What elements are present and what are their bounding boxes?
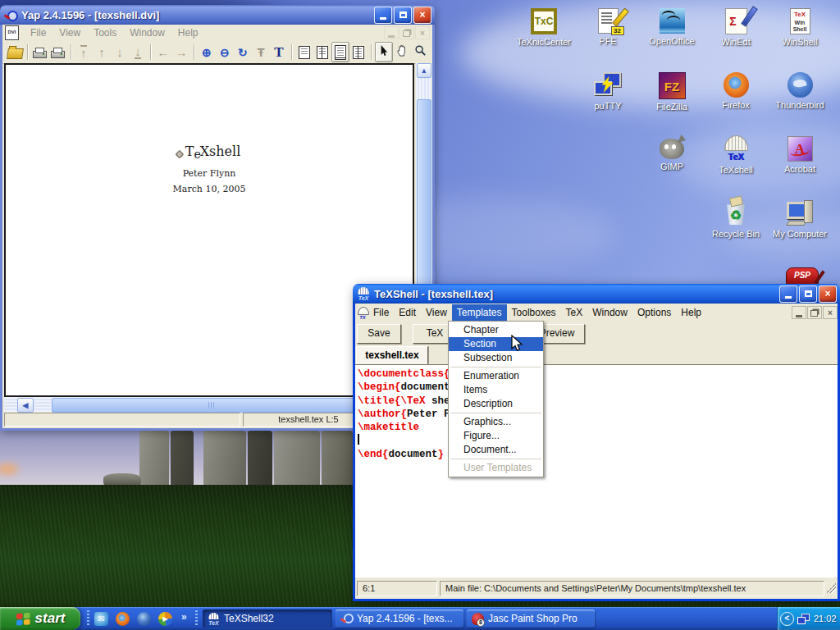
texshell-mdi-restore-button[interactable] [807,306,822,319]
menu-templates[interactable]: Templates [452,304,507,321]
menu-item-items[interactable]: Items [449,383,543,397]
single-page-view-button[interactable] [295,42,313,62]
yap-close-button[interactable]: × [413,7,431,24]
menu-edit[interactable]: Edit [394,304,421,321]
facing-pages-view-button[interactable] [313,42,331,62]
latex-editor[interactable]: \documentclass{\begin{document}\title{\T… [355,364,838,578]
menu-item-enumeration[interactable]: Enumeration [449,369,543,383]
desktop-icon-firefox[interactable]: Firefox [702,71,769,110]
yap-menu-help[interactable]: Help [171,27,205,39]
texshell-close-button[interactable]: × [819,285,837,303]
menu-options[interactable]: Options [632,304,676,321]
continuous-facing-view-button[interactable] [349,42,368,62]
last-page-button[interactable]: ↓ [129,42,147,62]
zoom-in-button[interactable]: ⊕ [198,42,216,62]
toolbar-grip[interactable] [195,610,198,627]
hide-tray-icons-chevron[interactable]: < [780,612,794,626]
yap-mdi-close-button[interactable]: × [415,26,430,39]
texshell-mdi-close-button[interactable]: × [823,306,838,319]
outlook-express-icon[interactable] [94,612,108,626]
desktop-icon-gimp[interactable]: GIMP [638,135,705,171]
quick-launch-overflow-chevron[interactable]: » [181,611,187,623]
desktop-icon-recycle-bin[interactable]: ♻Recycle Bin [702,199,769,239]
menu-tex[interactable]: TeX [561,304,588,321]
code-segment: document [401,381,450,393]
texshell-mdi-minimize-button[interactable] [792,306,806,319]
desktop-icon-putty[interactable]: puTTY [574,71,641,111]
desktop-icon-winedt[interactable]: ΣWinEdt [702,7,769,47]
yap-hscroll-thumb[interactable] [52,398,372,413]
texshell-maximize-button[interactable] [799,285,817,303]
texshell-titlebar[interactable]: TeX TeXShell - [texshell.tex] × [353,284,840,304]
first-page-button[interactable]: ↑ [75,42,93,62]
yap-menu-view[interactable]: View [52,27,87,39]
desktop-icon-thunderbird[interactable]: Thunderbird [766,71,833,110]
continuous-view-button[interactable] [331,42,349,62]
menu-item-document[interactable]: Document... [449,443,543,457]
yap-maximize-button[interactable] [394,7,412,24]
texshell-minimize-button[interactable] [779,285,797,303]
desktop-icon-texshell[interactable]: TeXTeXshell [702,135,769,175]
desktop-icon-winshell[interactable]: TeXWin ShellWinShell [766,7,833,47]
menu-window[interactable]: Window [587,304,632,321]
desktop-icon-openoffice[interactable]: OpenOffice [638,7,705,46]
menu-item-graphics[interactable]: Graphics... [449,415,543,429]
toolbar-grip[interactable] [87,610,89,627]
forward-button[interactable]: → [172,42,190,62]
menu-item-description[interactable]: Description [449,397,543,411]
magnifier-tool-button[interactable] [411,42,429,62]
tab-texshell-tex[interactable]: texshell.tex [356,346,428,364]
menu-item-user-templates[interactable]: User Templates [449,461,543,475]
code-segment: \author{ [358,409,407,420]
scroll-up-icon[interactable]: ▲ [417,63,431,78]
desktop-icon-filezilla[interactable]: FZFileZilla [638,71,705,112]
yap-menu-window[interactable]: Window [123,27,171,39]
menu-help[interactable]: Help [676,304,706,321]
yap-minimize-button[interactable] [374,7,392,24]
start-button[interactable]: start [0,607,80,630]
yap-menu-tools[interactable]: Tools [87,27,123,39]
open-file-button[interactable] [6,42,24,62]
back-button[interactable]: ← [154,42,172,62]
zoom-out-button[interactable]: ⊖ [216,42,234,62]
next-page-button[interactable]: ↓ [111,42,129,62]
print-range-button[interactable] [49,42,67,62]
desktop-icon-pfe[interactable]: 32PFE [574,7,641,46]
refresh-button[interactable]: ↻ [234,42,252,62]
code-segment: \title{\TeX [358,395,426,407]
task-button-yap-2-4-1596-texs[interactable]: Yap 2.4.1596 - [texs... [336,609,463,628]
network-tray-icon[interactable] [797,614,810,624]
text-tool-button[interactable]: T [270,42,288,62]
texshell-icon: TeX [722,135,750,162]
task-button-texshell32[interactable]: TeXTeXShell32 [203,609,332,628]
thunderbird-icon[interactable] [137,612,151,626]
menu-item-chapter[interactable]: Chapter [449,323,543,337]
ruler-tool-button[interactable]: Ŧ [252,42,270,62]
media-player-icon[interactable] [158,612,172,626]
desktop-icon-my-computer[interactable]: My Computer [766,199,833,239]
print-button[interactable] [31,42,49,62]
desktop-icon-acrobat[interactable]: AAcrobat [766,135,833,174]
paint-shop-pro-icon[interactable]: PSP [786,267,819,285]
previous-page-button[interactable]: ↑ [93,42,111,62]
scroll-left-icon[interactable]: ◀ [17,398,34,413]
icon-glyph: TeX [791,11,810,18]
yap-titlebar[interactable]: Yap 2.4.1596 - [texshell.dvi] × [0,5,435,25]
menu-item-figure[interactable]: Figure... [449,429,543,443]
resize-grip[interactable] [826,583,836,593]
yap-mdi-restore-button[interactable] [399,26,414,39]
yap-menu-file[interactable]: File [24,27,52,39]
save-button[interactable]: Save [357,324,401,344]
winedt-icon: Σ [725,8,747,34]
desktop-icon-texniccenter[interactable]: TxCTeXnicCenter [510,7,578,47]
menu-item-section[interactable]: Section [449,337,543,351]
menu-file[interactable]: File [368,304,394,321]
firefox-icon[interactable] [116,612,130,626]
menu-toolboxes[interactable]: Toolboxes [507,304,561,321]
yap-mdi-minimize-button[interactable] [384,26,399,39]
menu-view[interactable]: View [421,304,452,321]
menu-item-subsection[interactable]: Subsection [449,351,543,365]
pointer-tool-button[interactable] [375,42,393,62]
hand-tool-button[interactable] [393,42,411,62]
task-button-jasc-paint-shop-pro[interactable]: Jasc Paint Shop Pro [467,609,595,628]
